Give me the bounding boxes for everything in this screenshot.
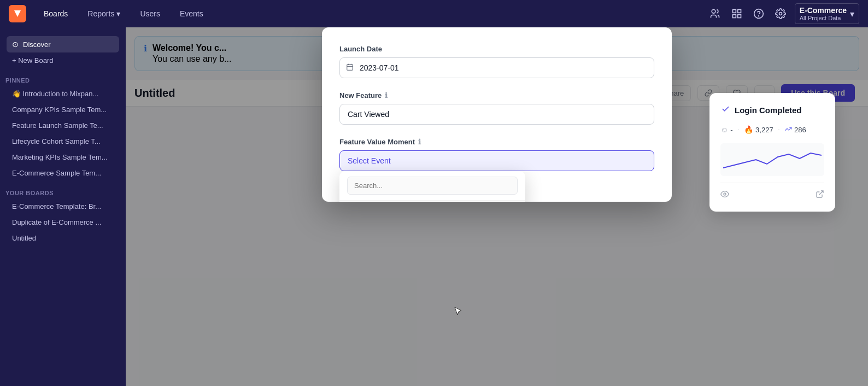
grid-icon[interactable]	[729, 6, 744, 21]
settings-icon[interactable]	[773, 6, 788, 21]
pinned-label: Pinned	[0, 73, 126, 86]
content-area: ℹ Welcome! You c... You can use any b...…	[126, 27, 868, 386]
svg-point-0	[712, 10, 715, 14]
stat-smile-value: -	[730, 126, 732, 134]
main-layout: ⊙ Discover + New Board Pinned 👋 Introduc…	[0, 27, 868, 386]
company-kpis-label: Company KPIs Sample Tem...	[12, 106, 107, 114]
smile-icon: ☺	[720, 125, 728, 134]
sidebar-item-ecommerce-sample[interactable]: E-Commerce Sample Tem...	[7, 165, 119, 181]
people-icon[interactable]	[707, 6, 723, 21]
svg-point-6	[758, 16, 759, 16]
new-feature-input[interactable]	[339, 104, 654, 125]
discover-icon: ⊙	[12, 40, 19, 49]
topnav: Boards Reports ▾ Users Events	[0, 0, 868, 27]
launch-date-section: Launch Date	[339, 45, 654, 78]
sidebar: ⊙ Discover + New Board Pinned 👋 Introduc…	[0, 27, 126, 386]
eye-icon[interactable]	[720, 190, 729, 201]
stat-fire-value: 3,227	[755, 126, 773, 134]
nav-boards[interactable]: Boards	[39, 7, 72, 20]
external-link-icon[interactable]	[816, 190, 824, 201]
select-event-wrapper: Select Event Show all events	[339, 150, 654, 171]
stat-smile: ☺ -	[720, 125, 733, 134]
svg-point-16	[724, 193, 726, 195]
login-icon	[720, 104, 730, 116]
sidebar-item-marketing-kpis[interactable]: Marketing KPIs Sample Tem...	[7, 149, 119, 165]
stat-trend-value: 286	[794, 126, 806, 134]
project-arrow-icon: ▾	[850, 9, 854, 19]
fire-icon: 🔥	[744, 125, 753, 134]
new-feature-info-icon[interactable]: ℹ	[385, 91, 388, 100]
sidebar-item-new-board[interactable]: + New Board	[7, 52, 119, 68]
svg-rect-3	[732, 15, 736, 18]
sidebar-item-lifecycle[interactable]: Lifecycle Cohort Sample T...	[7, 133, 119, 149]
pinned-items: 👋 Introduction to Mixpan... Company KPIs…	[0, 86, 126, 181]
your-boards-label: Your Boards	[0, 185, 126, 198]
feature-launch-label: Feature Launch Sample Te...	[12, 121, 103, 130]
modal: Launch Date New Feature ℹ	[322, 27, 672, 202]
topnav-links: Boards Reports ▾ Users Events	[39, 7, 208, 20]
nav-reports[interactable]: Reports ▾	[83, 7, 125, 20]
new-board-label: + New Board	[12, 56, 54, 65]
svg-point-7	[779, 13, 782, 15]
nav-events[interactable]: Events	[175, 7, 208, 20]
project-name: E-Commerce	[800, 6, 847, 15]
sidebar-discover-label: Discover	[23, 40, 51, 49]
feature-value-info-icon[interactable]: ℹ	[418, 138, 421, 146]
stat-fire: 🔥 3,227	[744, 125, 773, 134]
dropdown-search-input[interactable]	[347, 177, 518, 195]
your-boards-items: E-Commerce Template: Br... Duplicate of …	[0, 198, 126, 246]
duplicate-label: Duplicate of E-Commerce ...	[12, 218, 101, 226]
sidebar-item-untitled[interactable]: Untitled	[7, 230, 119, 246]
topnav-right: E-Commerce All Project Data ▾	[707, 3, 859, 24]
sidebar-item-intro[interactable]: 👋 Introduction to Mixpan...	[7, 86, 119, 102]
date-input-wrapper	[339, 57, 654, 78]
new-feature-section: New Feature ℹ	[339, 91, 654, 125]
feature-value-moment-label: Feature Value Moment ℹ	[339, 138, 654, 146]
svg-rect-9	[347, 65, 353, 70]
logo	[9, 5, 26, 22]
ecommerce-sample-label: E-Commerce Sample Tem...	[12, 169, 101, 177]
intro-label: 👋 Introduction to Mixpan...	[12, 90, 98, 98]
ecommerce-template-label: E-Commerce Template: Br...	[12, 202, 101, 210]
dropdown-filter-row: Show all events	[339, 201, 525, 202]
sidebar-item-feature-launch[interactable]: Feature Launch Sample Te...	[7, 118, 119, 133]
select-event-button[interactable]: Select Event	[339, 150, 654, 171]
sidebar-item-company-kpis[interactable]: Company KPIs Sample Tem...	[7, 102, 119, 118]
event-dropdown: Show all events ✦ Produc	[339, 171, 525, 202]
sidebar-item-discover[interactable]: ⊙ Discover	[7, 36, 119, 52]
stat-trend: 286	[784, 125, 806, 134]
untitled-label: Untitled	[12, 234, 36, 242]
sidebar-item-ecommerce-template[interactable]: E-Commerce Template: Br...	[7, 198, 119, 214]
nav-users[interactable]: Users	[136, 7, 165, 20]
marketing-kpis-label: Marketing KPIs Sample Tem...	[12, 153, 108, 161]
question-icon[interactable]	[751, 6, 766, 21]
calendar-icon	[346, 63, 354, 73]
lifecycle-label: Lifecycle Cohort Sample T...	[12, 137, 101, 145]
feature-value-moment-section: Feature Value Moment ℹ Select Event Show…	[339, 138, 654, 171]
launch-date-label: Launch Date	[339, 45, 654, 53]
svg-rect-1	[732, 10, 736, 13]
login-completed-panel: Login Completed ☺ - · 🔥 3,227 ·	[709, 93, 835, 212]
dropdown-search-section	[339, 171, 525, 201]
right-panel-footer	[720, 183, 824, 201]
svg-rect-4	[737, 15, 741, 18]
trend-icon	[784, 125, 792, 134]
right-panel-stats: ☺ - · 🔥 3,227 · 286	[720, 125, 824, 134]
project-sub: All Project Data	[800, 15, 847, 21]
new-feature-label: New Feature ℹ	[339, 91, 654, 100]
panel-chart-area	[720, 143, 824, 176]
svg-rect-2	[737, 10, 741, 13]
svg-line-17	[819, 191, 823, 195]
login-completed-title: Login Completed	[720, 104, 824, 116]
mini-chart	[723, 149, 822, 171]
sidebar-item-duplicate[interactable]: Duplicate of E-Commerce ...	[7, 214, 119, 230]
project-selector[interactable]: E-Commerce All Project Data ▾	[795, 3, 859, 24]
launch-date-input[interactable]	[339, 57, 654, 78]
